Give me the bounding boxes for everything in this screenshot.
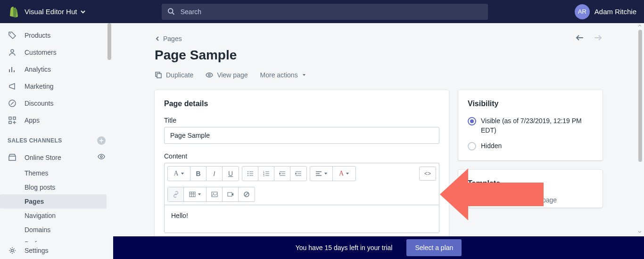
underline-button[interactable]: U bbox=[223, 167, 239, 181]
nav-label: Online Store bbox=[25, 154, 61, 161]
nav-label: Settings bbox=[25, 247, 49, 254]
apps-icon bbox=[8, 116, 17, 125]
search-input[interactable] bbox=[181, 8, 483, 16]
clear-format-button[interactable] bbox=[239, 187, 255, 201]
card-title: Template bbox=[468, 179, 593, 188]
nav-label: Apps bbox=[25, 117, 40, 124]
subnav-pages[interactable]: Pages bbox=[0, 194, 107, 209]
shopify-logo bbox=[8, 6, 19, 17]
discount-icon bbox=[8, 99, 17, 108]
svg-point-8 bbox=[11, 250, 14, 252]
nav-label: Discounts bbox=[25, 100, 53, 107]
page-details-card: Page details Title Content A B I bbox=[155, 90, 449, 242]
video-button[interactable] bbox=[223, 187, 239, 201]
nav-settings[interactable]: Settings bbox=[0, 242, 113, 259]
svg-rect-5 bbox=[13, 117, 16, 119]
duplicate-icon bbox=[155, 71, 162, 79]
breadcrumb-back[interactable]: Pages bbox=[155, 35, 182, 42]
main-scrollbar[interactable] bbox=[636, 23, 644, 259]
svg-point-11 bbox=[208, 74, 210, 76]
top-bar: Visual Editor Hut AR Adam Ritchie bbox=[0, 0, 644, 23]
svg-point-7 bbox=[100, 156, 102, 158]
sidebar-scrollbar[interactable] bbox=[106, 23, 113, 259]
title-label: Title bbox=[164, 117, 439, 124]
nav-customers[interactable]: Customers bbox=[0, 44, 113, 61]
indent-button[interactable] bbox=[290, 167, 306, 181]
align-dropdown[interactable] bbox=[310, 167, 333, 181]
card-title: Page details bbox=[164, 100, 439, 108]
bullet-list-button[interactable] bbox=[242, 167, 258, 181]
subnav-blog-posts[interactable]: Blog posts bbox=[25, 180, 113, 194]
svg-point-14 bbox=[248, 175, 248, 176]
card-title: Visibility bbox=[468, 100, 593, 108]
view-page-button[interactable]: View page bbox=[206, 71, 248, 79]
html-code-button[interactable]: <> bbox=[419, 167, 436, 181]
svg-rect-10 bbox=[157, 74, 161, 78]
radio-icon bbox=[468, 142, 476, 150]
store-icon bbox=[8, 153, 17, 162]
nav-apps[interactable]: Apps bbox=[0, 112, 113, 129]
content-editor[interactable]: Hello! bbox=[164, 205, 439, 233]
search-icon bbox=[167, 8, 175, 16]
bold-button[interactable]: B bbox=[190, 167, 206, 181]
nav-products[interactable]: Products bbox=[0, 27, 113, 44]
italic-button[interactable]: I bbox=[206, 167, 223, 181]
main-content: Pages Page Sample Duplicate View page bbox=[113, 23, 644, 259]
svg-point-0 bbox=[168, 8, 173, 13]
svg-rect-21 bbox=[228, 192, 232, 196]
search-bar[interactable] bbox=[162, 4, 488, 20]
nav-marketing[interactable]: Marketing bbox=[0, 78, 113, 95]
title-input[interactable] bbox=[164, 127, 439, 144]
eye-icon bbox=[206, 71, 213, 79]
table-dropdown[interactable] bbox=[184, 187, 206, 201]
store-name[interactable]: Visual Editor Hut bbox=[25, 8, 77, 16]
link-button[interactable] bbox=[168, 187, 184, 201]
username[interactable]: Adam Ritchie bbox=[594, 8, 636, 16]
svg-point-2 bbox=[11, 50, 14, 52]
next-page-button[interactable] bbox=[593, 34, 603, 43]
visibility-visible-radio[interactable]: Visible (as of 7/23/2019, 12:19 PM EDT) bbox=[468, 117, 593, 135]
svg-point-1 bbox=[10, 33, 11, 34]
caret-down-icon bbox=[302, 73, 306, 77]
tag-icon bbox=[8, 31, 17, 40]
visibility-card: Visibility Visible (as of 7/23/2019, 12:… bbox=[458, 90, 603, 160]
megaphone-icon bbox=[8, 82, 17, 91]
select-plan-button[interactable]: Select a plan bbox=[406, 239, 462, 256]
number-list-button[interactable]: 123 bbox=[258, 167, 274, 181]
eye-icon[interactable] bbox=[97, 152, 106, 162]
template-card: Template Select a template for this page bbox=[458, 170, 603, 208]
editor-toolbar: A B I U 123 bbox=[164, 163, 439, 205]
image-button[interactable] bbox=[206, 187, 223, 201]
sales-channels-header: SALES CHANNELS bbox=[0, 129, 113, 149]
nav-label: Marketing bbox=[25, 83, 53, 90]
visibility-hidden-radio[interactable]: Hidden bbox=[468, 142, 593, 151]
svg-point-13 bbox=[248, 173, 248, 174]
more-actions-button[interactable]: More actions bbox=[260, 71, 306, 79]
bar-chart-icon bbox=[8, 65, 17, 74]
sidebar: Products Customers Analytics Marketing D… bbox=[0, 23, 113, 259]
svg-point-12 bbox=[248, 171, 248, 172]
nav-analytics[interactable]: Analytics bbox=[0, 61, 113, 78]
avatar[interactable]: AR bbox=[575, 4, 590, 19]
prev-page-button[interactable] bbox=[575, 34, 585, 43]
duplicate-button[interactable]: Duplicate bbox=[155, 71, 193, 79]
content-label: Content bbox=[164, 152, 439, 160]
subnav-domains[interactable]: Domains bbox=[25, 223, 113, 237]
nav-label: Customers bbox=[25, 49, 57, 56]
chevron-down-icon[interactable] bbox=[80, 8, 86, 15]
format-dropdown[interactable]: A bbox=[168, 167, 190, 181]
outdent-button[interactable] bbox=[274, 167, 290, 181]
nav-label: Products bbox=[25, 32, 50, 39]
color-dropdown[interactable]: A bbox=[333, 167, 355, 181]
subnav-navigation[interactable]: Navigation bbox=[25, 209, 113, 223]
subnav-themes[interactable]: Themes bbox=[25, 166, 113, 180]
svg-text:3: 3 bbox=[263, 174, 264, 177]
svg-rect-6 bbox=[9, 121, 11, 124]
svg-rect-18 bbox=[190, 192, 195, 197]
nav-discounts[interactable]: Discounts bbox=[0, 95, 113, 112]
user-icon bbox=[8, 48, 17, 57]
trial-message: You have 15 days left in your trial bbox=[296, 244, 393, 251]
svg-point-20 bbox=[213, 193, 214, 194]
add-channel-button[interactable] bbox=[97, 136, 106, 145]
nav-online-store[interactable]: Online Store bbox=[0, 149, 113, 166]
